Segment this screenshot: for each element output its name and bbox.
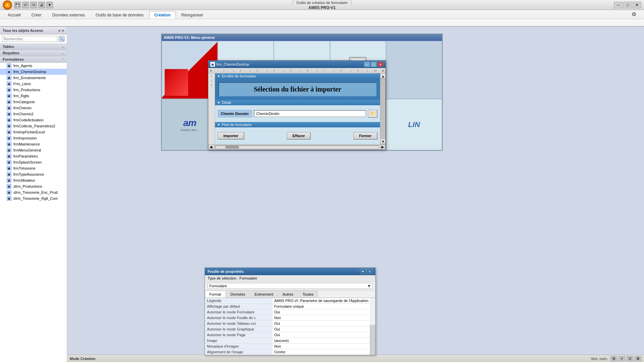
save-icon[interactable]: 💾 <box>14 2 21 8</box>
nav-frm-impfichierexcel[interactable]: ▦ frmImpFichierExcel <box>0 129 67 135</box>
props-value-cell[interactable]: Centre <box>272 349 371 355</box>
form-icon: ▦ <box>7 112 11 116</box>
search-input[interactable] <box>2 36 57 42</box>
form-detail-section[interactable]: ▼ Détail <box>215 100 380 105</box>
hscroll-thumb[interactable] <box>225 146 239 148</box>
extra-icon[interactable]: ▼ <box>46 2 53 8</box>
props-value-cell[interactable]: AMIIS PRO-VI: Parametre de sauvegarde de… <box>272 298 371 304</box>
nav-frm-chemin[interactable]: ▦ frmChemin <box>0 105 67 111</box>
nav-frm-utilisateur[interactable]: ▦ frmUtilisateur <box>0 177 67 183</box>
props-value-cell[interactable]: Oui <box>272 309 371 315</box>
form-minimize-button[interactable]: ─ <box>364 62 370 67</box>
detail-section-label: Détail <box>222 101 231 105</box>
status-icon-4[interactable]: ⊠ <box>635 356 641 361</box>
nav-frm-collecte-params2[interactable]: ▦ frmCollecte_Paramètres2 <box>0 123 67 129</box>
import-button[interactable]: Importer <box>218 132 244 139</box>
props-value-cell[interactable]: Formulaire unique <box>272 304 371 309</box>
props-row: Autoriser le mode FormulaireOui <box>205 309 371 315</box>
props-scrollbar[interactable] <box>370 325 375 355</box>
nav-frm-chemin2[interactable]: ▦ frmChemin2 <box>0 111 67 117</box>
nav-frm-impression[interactable]: ▦ frmImpression <box>0 135 67 141</box>
nav-frm-categorie[interactable]: ▦ frmCategorie <box>0 99 67 105</box>
search-button[interactable]: 🔍 <box>59 36 65 42</box>
props-tab-autres[interactable]: Autres <box>278 291 298 298</box>
nav-frm-agents[interactable]: ▦ frm_Agents <box>0 63 67 69</box>
form-maximize-button[interactable]: □ <box>371 62 377 67</box>
props-value-cell[interactable]: Oui <box>272 326 371 332</box>
undo-icon[interactable]: ↩ <box>22 2 29 8</box>
form-close-button[interactable]: ✕ <box>377 62 383 67</box>
props-tab-format[interactable]: Format <box>205 291 225 298</box>
form-body: 1|2 ▼ En-tête de formulaire Sélection du… <box>208 73 385 144</box>
quick-access-toolbar: 💾 ↩ ↪ 🖨 ▼ <box>14 2 53 8</box>
nav-sfrm-productions[interactable]: ▦ sfrm_Productions <box>0 183 67 189</box>
clear-button[interactable]: Effacer <box>287 132 311 139</box>
form-icon: ▦ <box>7 87 11 92</box>
nav-frm-typeassurance[interactable]: ▦ frmTypeAssurance <box>0 171 67 177</box>
props-value-cell[interactable]: Non <box>272 344 371 349</box>
nav-frm-menugeneral[interactable]: ▦ frmMenuGénéral <box>0 147 67 153</box>
props-tab-donnees[interactable]: Données <box>226 291 250 298</box>
tab-creer[interactable]: Créer <box>26 11 47 19</box>
menu-cell-blank5[interactable] <box>386 41 442 99</box>
nav-frm-liens[interactable]: ▦ Frm_Liens <box>0 81 67 87</box>
maximize-button[interactable]: □ <box>623 2 632 8</box>
nav-sfrm-tresorerie-rglt[interactable]: ▦ sfrm_Tresorerie_Rglt_Com <box>0 195 67 201</box>
close-form-button[interactable]: Fermer <box>354 132 377 139</box>
props-value-cell[interactable]: Non <box>272 315 371 321</box>
menu-cell-lin[interactable]: LIN <box>386 99 442 150</box>
nav-frm-maintenance[interactable]: ▦ frmMaintenance <box>0 141 67 147</box>
nav-frm-encaissements[interactable]: ▦ frm_Encaissements <box>0 75 67 81</box>
props-tab-evenement[interactable]: Evénement <box>250 291 278 298</box>
form-detail-content: Chemin Dossier 📁 <box>215 105 380 122</box>
tab-settings-icon[interactable]: ⚙ <box>627 9 641 19</box>
form-icon: ▦ <box>7 118 11 122</box>
hscroll-right-button[interactable]: ▶ <box>380 145 385 149</box>
scroll-down-button[interactable]: ▼ <box>380 139 386 144</box>
formulaires-section-header[interactable]: Formulaires ⌃ <box>0 56 67 63</box>
nav-frm-rglts[interactable]: ▦ frm_Rglts <box>0 93 67 99</box>
form-footer-section[interactable]: ▼ Pied de formulaire <box>215 122 380 127</box>
tab-creation[interactable]: Création <box>149 11 176 19</box>
props-value-cell[interactable]: Oui <box>272 321 371 326</box>
requetes-toggle-icon: ⌄ <box>61 51 64 55</box>
props-close-button[interactable]: ✕ <box>367 269 373 274</box>
hscroll-left-button[interactable]: ◀ <box>208 145 214 149</box>
nav-frm-chemindosimp[interactable]: ▦ frm_CheminDosImp <box>0 69 67 75</box>
props-value-cell[interactable]: Oui <box>272 332 371 338</box>
props-label-cell: Autoriser le mode Page <box>205 332 272 338</box>
nav-frm-tresorerie[interactable]: ▦ frmTrésorerie <box>0 165 67 171</box>
chemin-destin-input[interactable] <box>254 110 366 117</box>
status-icon-2[interactable]: ≡ <box>619 356 625 361</box>
sidebar-expand-icon[interactable]: » <box>62 28 64 33</box>
nav-sfrm-tresorerie-enc[interactable]: ▦ sfrm_Tresorerie_Enc_Prod <box>0 189 67 195</box>
tab-donnees-externes[interactable]: Données externes <box>47 11 90 19</box>
status-mode-text: Mode Création <box>70 357 95 361</box>
props-dropdown-btn[interactable]: ▼ <box>360 269 366 274</box>
nav-frm-productions[interactable]: ▦ frm_Productions <box>0 87 67 93</box>
props-dropdown[interactable]: Formulaire ▼ <box>208 283 373 289</box>
browse-button[interactable]: 📁 <box>368 110 377 118</box>
requetes-section-header[interactable]: Requêtes ⌄ <box>0 50 67 56</box>
sidebar-chevron-icon[interactable]: « <box>58 28 61 33</box>
tab-outils-bdd[interactable]: Outils de base de données <box>91 11 149 19</box>
redo-icon[interactable]: ↪ <box>30 2 37 8</box>
nav-frm-parametres[interactable]: ▦ frmParamètres <box>0 153 67 159</box>
scroll-up-button[interactable]: ▲ <box>380 73 386 79</box>
nav-frm-splashscreen[interactable]: ▦ frmSplashScreen <box>0 159 67 165</box>
tables-section-header[interactable]: Tables ⌄ <box>0 44 67 50</box>
tab-accueil[interactable]: Accueil <box>3 11 26 19</box>
tab-reorganiser[interactable]: Réorganiser <box>176 11 208 19</box>
form-header-section[interactable]: ▼ En-tête de formulaire <box>215 73 380 79</box>
form-horizontal-scrollbar[interactable]: ◀ ▶ <box>208 144 385 149</box>
status-icon-1[interactable]: ⊞ <box>610 356 617 361</box>
props-title: Feuille de propriétés <box>208 269 359 274</box>
status-icon-3[interactable]: ⊡ <box>627 356 633 361</box>
props-value-cell[interactable]: (aucune) <box>272 338 371 344</box>
props-tab-toutes[interactable]: Toutes <box>298 291 318 298</box>
form-vertical-scrollbar[interactable]: ▲ ▼ <box>380 73 385 144</box>
nav-frm-codeactivation[interactable]: ▦ frmCodeActivation <box>0 117 67 123</box>
print-icon[interactable]: 🖨 <box>38 2 45 8</box>
minimize-button[interactable]: ─ <box>614 2 623 8</box>
close-button[interactable]: ✕ <box>633 2 641 8</box>
